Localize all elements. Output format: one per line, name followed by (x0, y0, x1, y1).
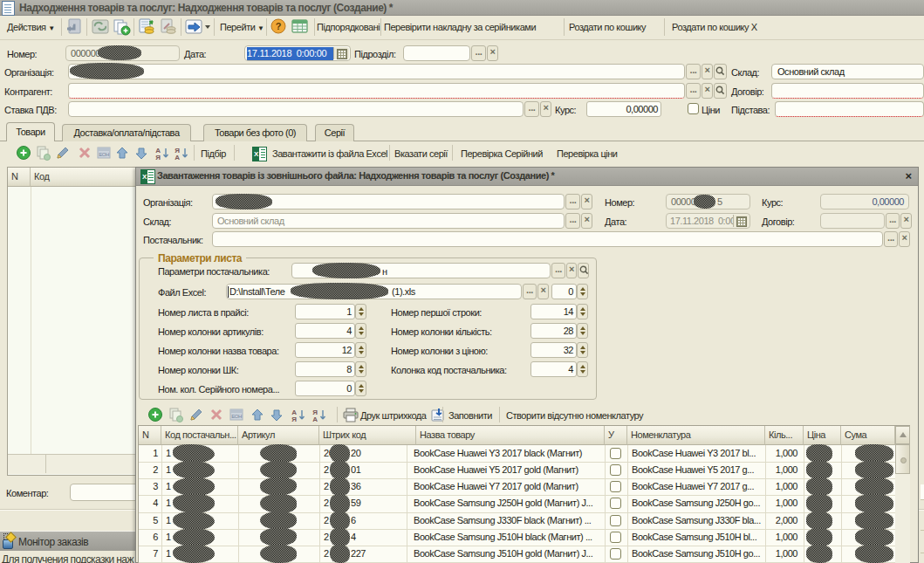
svg-text:ЕОН: ЕОН (231, 414, 242, 419)
svg-text:Я: Я (155, 154, 161, 161)
svg-text:ЕОН: ЕОН (99, 152, 109, 157)
svg-text:Я: Я (291, 415, 297, 422)
svg-text:А: А (175, 154, 180, 161)
svg-text:А: А (312, 415, 318, 422)
svg-text:?: ? (276, 21, 282, 31)
